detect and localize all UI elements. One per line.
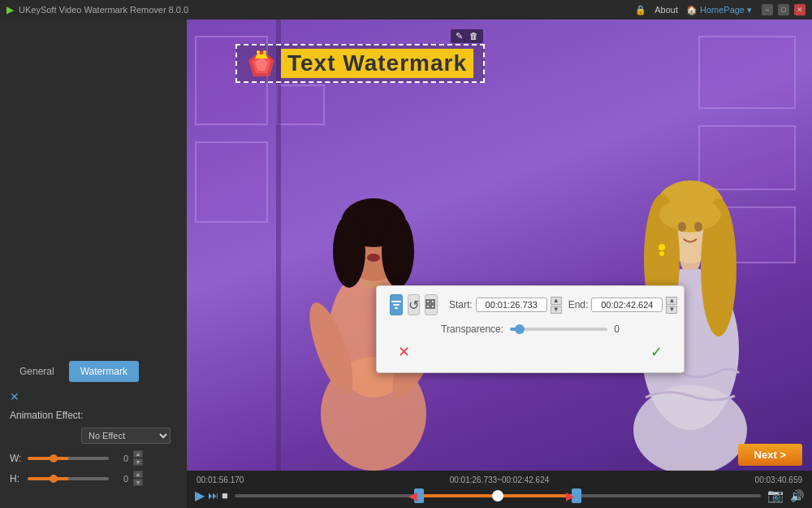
time-current: 00:01:56.170	[197, 475, 244, 484]
grid-icon	[425, 299, 437, 310]
tab-watermark[interactable]: Watermark	[69, 361, 139, 382]
play-controls: ▶ ⏭ ■	[195, 489, 228, 502]
animation-row: Animation Effect:	[10, 410, 177, 421]
start-up-button[interactable]: ▲	[551, 297, 562, 305]
filter-icon	[391, 299, 402, 310]
stop-button[interactable]: ■	[222, 490, 228, 501]
svg-point-9	[367, 254, 380, 262]
svg-rect-33	[431, 300, 434, 303]
window-controls: − □ ✕	[762, 4, 806, 15]
transparence-label: Transparence:	[441, 323, 503, 335]
transparence-slider[interactable]	[510, 328, 607, 331]
door-frame-left	[276, 20, 281, 471]
end-time-input[interactable]	[591, 297, 663, 312]
volume-button[interactable]: 🔊	[790, 489, 804, 502]
skip-button[interactable]: ⏭	[208, 490, 218, 501]
grid-button[interactable]	[425, 294, 438, 315]
video-scene: ✎ 🗑 Text Watermark	[187, 20, 812, 471]
h-value: 0	[112, 474, 128, 484]
svg-point-19	[694, 222, 702, 232]
minimize-button[interactable]: −	[762, 4, 773, 15]
close-watermark-button[interactable]: ✕	[10, 390, 19, 403]
time-fields: Start: ▲ ▼ End: ▲ ▼	[449, 297, 677, 314]
watermark-controls: ✎ 🗑	[451, 29, 483, 43]
popup-footer: ✕ ✓	[390, 343, 671, 361]
h-size-row: H: 0 ▲ ▼	[10, 471, 177, 486]
svg-rect-29	[391, 301, 401, 302]
w-value: 0	[112, 454, 128, 463]
h-slider[interactable]	[28, 477, 109, 480]
start-time-input[interactable]	[476, 297, 547, 312]
popup-cancel-button[interactable]: ✕	[398, 343, 410, 361]
w-down-button[interactable]: ▼	[133, 458, 143, 466]
timeline-row: ▶ ⏭ ■ ◀ ▶ 📷 🔊	[195, 488, 804, 503]
effect-dropdown[interactable]: No Effect	[81, 428, 171, 444]
end-up-button[interactable]: ▲	[666, 297, 677, 305]
play-button[interactable]: ▶	[195, 489, 205, 502]
next-button[interactable]: Next >	[738, 444, 802, 466]
watermark-overlay[interactable]: ✎ 🗑 Text Watermark	[235, 44, 485, 83]
arrow-right-icon: ▶	[566, 490, 575, 501]
title-bar: ▶ UKeySoft Video Watermark Remover 8.0.0…	[0, 0, 812, 20]
about-button[interactable]: About	[654, 5, 678, 15]
end-time-group: End: ▲ ▼	[568, 297, 678, 314]
watermark-edit-button[interactable]: ✎	[454, 31, 464, 41]
w-label: W:	[10, 453, 24, 464]
timeline-container[interactable]: ◀ ▶	[235, 488, 761, 503]
maximize-button[interactable]: □	[778, 4, 789, 15]
app-title: UKeySoft Video Watermark Remover 8.0.0	[19, 5, 188, 15]
video-background	[187, 20, 812, 471]
title-bar-right: 🔒 About 🏠 HomePage ▾ − □ ✕	[635, 4, 806, 15]
export-area: Next >	[738, 444, 802, 466]
svg-point-21	[659, 251, 664, 256]
video-controls: 00:01:56.170 00:01:26.733~00:02:42.624 0…	[187, 471, 812, 508]
svg-point-17	[659, 198, 721, 231]
watermark-text-label: Text Watermark	[281, 49, 473, 78]
h-up-button[interactable]: ▲	[133, 471, 143, 478]
popup-toolbar: ↺ Start:	[390, 294, 671, 315]
svg-point-5	[333, 215, 365, 288]
filter-button[interactable]	[390, 294, 403, 315]
video-area: ✎ 🗑 Text Watermark	[187, 20, 812, 471]
w-slider[interactable]	[28, 457, 109, 460]
effect-select[interactable]: No Effect	[81, 428, 171, 444]
title-bar-left: ▶ UKeySoft Video Watermark Remover 8.0.0	[6, 4, 188, 15]
wall-panel-3	[698, 36, 796, 109]
end-spinner: ▲ ▼	[666, 297, 677, 314]
close-button[interactable]: ✕	[794, 4, 806, 15]
refresh-button[interactable]: ↺	[408, 294, 420, 315]
watermark-diamond-icon	[247, 49, 276, 78]
app-icon: ▶	[6, 4, 14, 15]
tab-general[interactable]: General	[8, 361, 66, 382]
svg-rect-31	[395, 307, 398, 309]
time-labels: 00:01:56.170 00:01:26.733~00:02:42.624 0…	[195, 475, 804, 484]
transparence-value: 0	[614, 323, 620, 335]
start-spinner: ▲ ▼	[551, 297, 562, 314]
sidebar-tabs: General Watermark	[0, 361, 187, 382]
svg-rect-32	[426, 300, 430, 303]
svg-point-18	[678, 222, 686, 232]
start-down-button[interactable]: ▼	[551, 306, 562, 314]
h-down-button[interactable]: ▼	[133, 479, 143, 486]
popup-confirm-button[interactable]: ✓	[650, 343, 663, 361]
arrow-left-icon: ◀	[408, 490, 417, 501]
end-down-button[interactable]: ▼	[666, 306, 677, 314]
right-content: ✎ 🗑 Text Watermark	[187, 20, 812, 508]
lock-icon[interactable]: 🔒	[635, 5, 646, 15]
start-label: Start:	[449, 299, 473, 310]
transparence-row: Transparence: 0	[390, 323, 671, 335]
animation-label: Animation Effect:	[10, 410, 84, 421]
screenshot-button[interactable]: 📷	[767, 488, 784, 503]
sidebar: General Watermark ✕ Animation Effect: No…	[0, 20, 187, 508]
homepage-button[interactable]: 🏠 HomePage ▾	[686, 5, 752, 15]
timeline-thumb[interactable]	[492, 490, 503, 501]
svg-rect-30	[393, 304, 400, 306]
w-up-button[interactable]: ▲	[133, 450, 143, 458]
start-time-group: Start: ▲ ▼	[449, 297, 562, 314]
watermark-delete-button[interactable]: 🗑	[468, 31, 480, 41]
w-size-row: W: 0 ▲ ▼	[10, 450, 177, 466]
wall-panel-6	[276, 85, 325, 125]
wall-panel-2	[195, 141, 268, 223]
effect-row: No Effect	[10, 428, 177, 444]
h-label: H:	[10, 473, 24, 484]
